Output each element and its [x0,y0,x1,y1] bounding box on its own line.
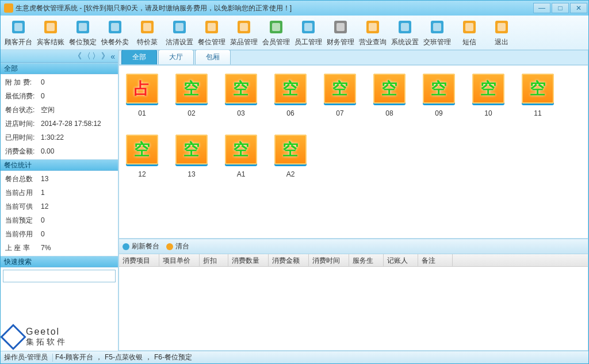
col-header[interactable]: 消费项目 [119,254,159,266]
info-row: 餐台状态:空闲 [1,103,118,117]
stats-row: 当前停用0 [1,227,118,241]
table-tile[interactable]: 空 [225,74,257,104]
table-08[interactable]: 空 08 [372,74,407,117]
svg-rect-27 [433,23,441,31]
tool-member-manage[interactable]: 会员管理 [261,17,292,48]
tool-finance-manage[interactable]: 财务管理 [325,17,356,48]
nav-collapse-icon[interactable]: « [110,52,115,61]
col-header[interactable]: 消费时间 [309,254,349,266]
search-input[interactable] [3,270,116,282]
col-header[interactable]: 记账人 [384,254,418,266]
svg-rect-31 [498,23,506,31]
table-tile[interactable]: 空 [274,135,307,164]
svg-rect-17 [272,23,280,31]
table-A1[interactable]: 空 A1 [224,135,258,178]
tab-0[interactable]: 全部 [121,50,157,64]
seat-manage-icon [202,18,221,36]
special-dish-label: 特价菜 [137,37,158,47]
tool-system-settings[interactable]: 系统设置 [389,17,420,48]
table-tile[interactable]: 空 [175,135,208,164]
exit-label: 退出 [495,37,508,47]
info-row: 消费金额:0.00 [1,144,118,158]
info-value: 0.00 [41,147,113,155]
table-11[interactable]: 空 11 [521,74,555,117]
table-tile[interactable]: 占 [126,74,158,104]
svg-rect-9 [143,23,151,31]
refresh-label: 刷新餐台 [132,242,159,251]
exit-icon [492,18,511,36]
tool-reservation[interactable]: 餐位预定 [67,17,98,48]
refresh-icon [123,243,129,250]
table-tile[interactable]: 空 [175,74,208,104]
tab-1[interactable]: 大厅 [158,50,194,64]
tool-sms[interactable]: 短信 [454,17,485,48]
info-label: 附 加 费: [5,78,41,87]
close-button[interactable]: ✕ [570,3,587,13]
table-10[interactable]: 空 10 [471,74,506,117]
table-03[interactable]: 空 03 [224,74,258,117]
table-12[interactable]: 空 12 [125,135,159,178]
col-header[interactable]: 折扣 [200,254,228,266]
table-tile[interactable]: 空 [423,74,455,104]
dish-manage-label: 菜品管理 [230,37,258,47]
tool-shift-manage[interactable]: 交班管理 [422,17,453,48]
table-09[interactable]: 空 09 [422,74,456,117]
clear-action[interactable]: 清台 [166,242,189,251]
table-tile[interactable]: 空 [126,135,158,164]
fastfood-takeout-icon [106,18,124,36]
table-13[interactable]: 空 13 [174,135,209,178]
table-label: 12 [138,170,146,178]
tool-fastfood-takeout[interactable]: 快餐外卖 [100,17,131,48]
nav-next-icon[interactable]: 〉 [92,51,100,62]
nav-prev-icon[interactable]: 〈 [83,51,91,62]
table-01[interactable]: 占 01 [125,74,159,117]
content-area: 全部大厅包厢 占 01空 02空 03空 06空 07空 08空 09空 10空… [118,50,588,351]
col-header[interactable]: 消费金额 [269,254,309,266]
tool-dish-manage[interactable]: 菜品管理 [228,17,259,48]
tool-customer-open[interactable]: 顾客开台 [3,17,34,48]
tool-staff-manage[interactable]: 员工管理 [293,17,324,48]
tool-guest-checkout[interactable]: 宾客结账 [35,17,66,48]
table-06[interactable]: 空 06 [273,74,308,117]
action-bar: 刷新餐台 清台 [119,239,588,254]
refresh-action[interactable]: 刷新餐台 [123,242,159,251]
table-02[interactable]: 空 02 [174,74,209,117]
system-settings-icon [396,18,414,36]
info-value: 2014-7-28 17:58:12 [41,120,113,128]
business-query-icon [364,18,382,36]
table-tile[interactable]: 空 [472,74,504,104]
col-header[interactable]: 消费数量 [228,254,269,266]
tool-seat-manage[interactable]: 餐位管理 [196,17,227,48]
logo-area: Geetol 集拓软件 [1,323,118,351]
grid-body [119,267,588,350]
table-tile[interactable]: 空 [225,135,257,164]
table-label: 10 [484,109,492,117]
table-07[interactable]: 空 07 [323,74,357,117]
sidebar-nav[interactable]: 《 〈 〉 》 « [1,50,118,63]
table-tile[interactable]: 空 [522,74,554,104]
tool-exit[interactable]: 退出 [486,17,517,48]
col-header[interactable]: 项目单价 [159,254,200,266]
app-icon [4,3,13,13]
table-tile[interactable]: 空 [274,74,307,104]
table-tile[interactable]: 空 [373,74,406,104]
tool-business-query[interactable]: 营业查询 [357,17,388,48]
info-value: 1:30:22 [41,133,113,141]
stats-row: 当前占用1 [1,186,118,200]
minimize-button[interactable]: — [533,3,550,13]
col-header[interactable]: 服务生 [349,254,384,266]
tab-2[interactable]: 包厢 [195,50,231,64]
nav-last-icon[interactable]: 》 [101,51,109,62]
stats-list: 餐台总数13当前占用1当前可供12当前预定0当前停用0上 座 率7% [1,171,118,256]
table-label: 13 [188,170,195,178]
tool-soldout-setting[interactable]: 沽清设置 [164,17,195,48]
col-header[interactable]: 备注 [418,254,453,266]
nav-first-icon[interactable]: 《 [74,51,82,62]
table-tile[interactable]: 空 [324,74,356,104]
section-search: 快速搜索 [1,256,118,267]
tool-special-dish[interactable]: 特价菜 [132,17,163,48]
section-all[interactable]: 全部 [1,63,118,74]
table-A2[interactable]: 空 A2 [273,135,308,178]
info-value: 0 [41,78,113,86]
maximize-button[interactable]: □ [552,3,569,13]
